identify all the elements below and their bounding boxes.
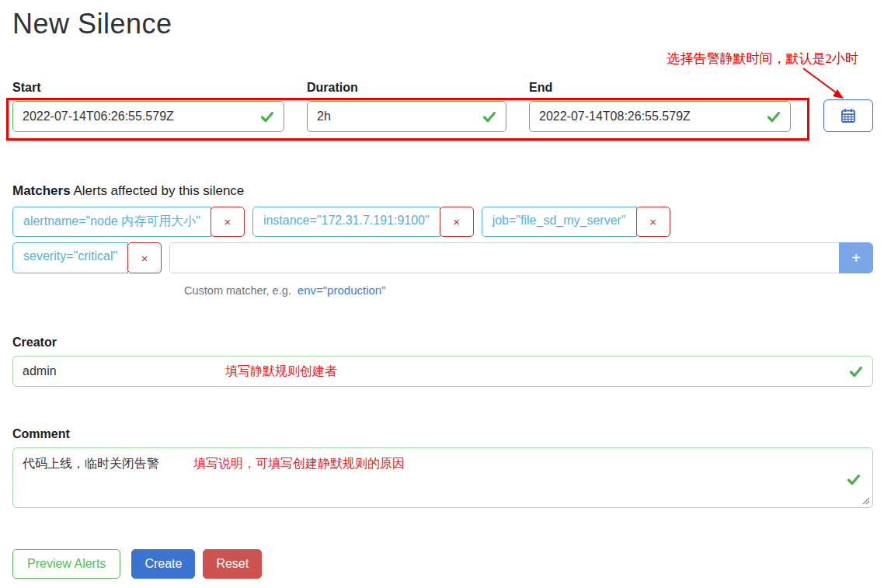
start-label: Start [12,81,284,95]
comment-valid-check-icon [846,471,861,487]
start-input[interactable] [12,101,284,132]
matcher-remove-button[interactable]: × [127,242,162,273]
matchers-sublabel: Alerts affected by this silence [73,183,244,198]
creator-input[interactable] [12,356,873,387]
matchers-section: Matchers Alerts affected by this silence… [12,183,873,297]
end-input[interactable] [529,101,791,132]
help-example-link[interactable]: env="production" [298,284,386,297]
matcher-chip-text: job="file_sd_my_server" [482,207,637,237]
calendar-icon [840,107,857,124]
time-row: Start Duration End [12,81,873,132]
comment-annotation-note: 填写说明，可填写创建静默规则的原因 [193,456,405,472]
custom-matcher-help: Custom matcher, e.g. env="production" [184,284,873,297]
matcher-chips-row-1: alertname="node 内存可用大小" × instance="172.… [12,207,873,237]
custom-matcher-group: + [169,242,873,273]
duration-input[interactable] [307,101,506,132]
action-buttons: Preview Alerts Create Reset [12,549,262,579]
add-matcher-button[interactable]: + [839,242,873,273]
matcher-chip: instance="172.31.7.191:9100" × [252,207,474,237]
creator-label: Creator [12,336,873,350]
duration-field-group: Duration [307,81,506,132]
reset-button[interactable]: Reset [203,549,262,579]
matcher-remove-button[interactable]: × [636,207,670,237]
close-icon: × [453,215,460,228]
close-icon: × [141,252,148,265]
comment-value: 代码上线，临时关闭告警 [23,456,159,472]
matcher-chip: alertname="node 内存可用大小" × [12,207,245,237]
end-field-group: End [529,81,791,132]
start-field-group: Start [12,81,284,132]
matcher-chips-row-2: severity="critical" × + [12,242,873,273]
calendar-picker-button[interactable] [823,99,873,132]
comment-label: Comment [12,427,873,441]
create-button[interactable]: Create [131,549,195,579]
help-prefix: Custom matcher, e.g. [184,284,291,297]
matchers-heading: Matchers Alerts affected by this silence [12,183,873,199]
matcher-chip-text: alertname="node 内存可用大小" [12,207,211,237]
matcher-remove-button[interactable]: × [211,207,245,237]
creator-section: Creator 填写静默规则创建者 [12,336,873,387]
matcher-chip: job="file_sd_my_server" × [482,207,670,237]
end-label: End [529,81,791,95]
duration-label: Duration [307,81,506,95]
matcher-chip-text: severity="critical" [12,242,128,273]
matcher-remove-button[interactable]: × [440,207,474,237]
plus-icon: + [851,249,861,267]
comment-section: Comment 代码上线，临时关闭告警 填写说明，可填写创建静默规则的原因 [12,427,873,508]
preview-alerts-button[interactable]: Preview Alerts [12,549,120,579]
custom-matcher-input[interactable] [169,242,840,273]
close-icon: × [224,215,231,228]
resize-grip[interactable] [861,496,870,505]
comment-textarea[interactable]: 代码上线，临时关闭告警 填写说明，可填写创建静默规则的原因 [12,447,873,508]
close-icon: × [649,215,656,228]
matcher-chip-text: instance="172.31.7.191:9100" [252,207,440,237]
matchers-label: Matchers [12,183,71,198]
page-title: New Silence [12,8,172,40]
matcher-chip: severity="critical" × [12,242,162,273]
